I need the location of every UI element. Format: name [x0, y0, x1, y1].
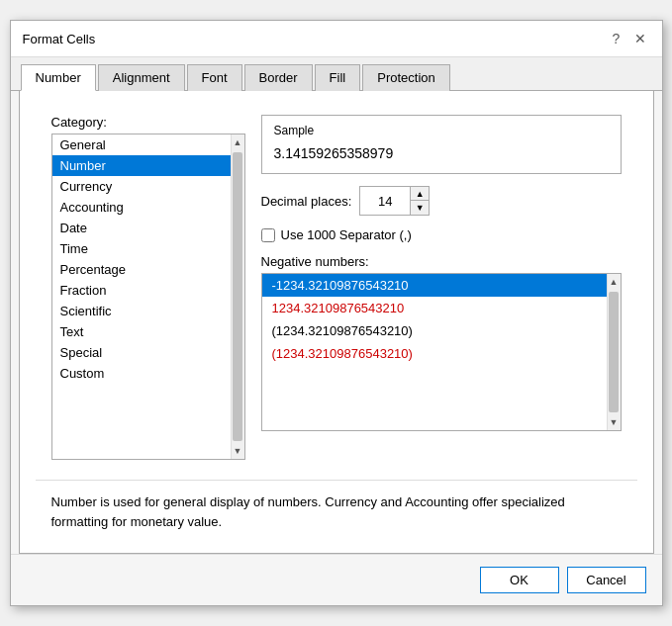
category-list-container: General Number Currency Accounting Date … — [51, 134, 245, 460]
category-list[interactable]: General Number Currency Accounting Date … — [52, 134, 231, 459]
cancel-button[interactable]: Cancel — [567, 567, 646, 593]
separator-row: Use 1000 Separator (,) — [261, 227, 622, 242]
ok-button[interactable]: OK — [480, 567, 559, 593]
tab-font[interactable]: Font — [187, 64, 242, 91]
spinner-buttons: ▲ ▼ — [410, 187, 429, 215]
footer: OK Cancel — [11, 554, 662, 605]
list-item[interactable]: Accounting — [52, 197, 231, 218]
list-item[interactable]: 1234.32109876543210 — [262, 297, 607, 319]
tab-fill[interactable]: Fill — [315, 64, 361, 91]
list-item[interactable]: Currency — [52, 176, 231, 197]
description-text: Number is used for general display of nu… — [51, 494, 565, 529]
spinner-up-button[interactable]: ▲ — [411, 187, 429, 201]
list-item[interactable]: Custom — [52, 363, 231, 384]
list-item[interactable]: (1234.32109876543210) — [262, 319, 607, 342]
list-item[interactable]: Time — [52, 238, 231, 259]
decimal-places-label: Decimal places: — [261, 194, 352, 209]
sample-value: 3.14159265358979 — [274, 141, 609, 165]
list-item[interactable]: Date — [52, 218, 231, 238]
negative-numbers-section: Negative numbers: -1234.32109876543210 1… — [261, 254, 622, 431]
decimal-places-input[interactable] — [360, 187, 410, 215]
scroll-up-arrow[interactable]: ▲ — [607, 274, 621, 290]
list-item[interactable]: Percentage — [52, 259, 231, 280]
description-area: Number is used for general display of nu… — [36, 480, 637, 539]
right-panel: Sample 3.14159265358979 Decimal places: … — [261, 115, 622, 460]
negative-list-container: -1234.32109876543210 1234.32109876543210… — [261, 273, 622, 431]
scroll-down-arrow[interactable]: ▼ — [231, 443, 244, 459]
list-item[interactable]: Special — [52, 342, 231, 363]
scroll-thumb[interactable] — [233, 152, 242, 441]
tab-alignment[interactable]: Alignment — [98, 64, 185, 91]
list-item[interactable]: Text — [52, 321, 231, 342]
decimal-input-wrap: ▲ ▼ — [359, 186, 430, 216]
close-button[interactable]: ✕ — [630, 29, 650, 48]
decimal-places-row: Decimal places: ▲ ▼ — [261, 186, 622, 216]
category-label: Category: — [51, 115, 245, 130]
tab-border[interactable]: Border — [244, 64, 313, 91]
spinner-down-button[interactable]: ▼ — [411, 201, 429, 215]
list-item[interactable]: Scientific — [52, 301, 231, 321]
sample-box: Sample 3.14159265358979 — [261, 115, 622, 174]
tab-content: Category: General Number Currency Accoun… — [19, 91, 654, 554]
category-scrollbar[interactable]: ▲ ▼ — [231, 134, 244, 459]
separator-checkbox-wrap: Use 1000 Separator (,) — [261, 227, 412, 242]
list-item[interactable]: General — [52, 134, 231, 155]
dialog-title: Format Cells — [23, 32, 96, 46]
scroll-thumb[interactable] — [609, 292, 619, 412]
title-bar-controls: ? ✕ — [607, 29, 650, 48]
list-item[interactable]: (1234.32109876543210) — [262, 342, 607, 365]
title-bar: Format Cells ? ✕ — [11, 21, 662, 57]
help-button[interactable]: ? — [607, 29, 626, 48]
negative-numbers-label: Negative numbers: — [261, 254, 622, 269]
scroll-down-arrow[interactable]: ▼ — [607, 414, 621, 430]
negative-list[interactable]: -1234.32109876543210 1234.32109876543210… — [262, 274, 607, 430]
tab-number[interactable]: Number — [21, 64, 96, 91]
negative-scrollbar[interactable]: ▲ ▼ — [607, 274, 621, 430]
category-section: Category: General Number Currency Accoun… — [51, 115, 245, 460]
format-cells-dialog: Format Cells ? ✕ Number Alignment Font B… — [10, 20, 663, 606]
tab-bar: Number Alignment Font Border Fill Protec… — [11, 57, 662, 91]
sample-label: Sample — [274, 124, 609, 137]
list-item[interactable]: -1234.32109876543210 — [262, 274, 607, 297]
list-item[interactable]: Number — [52, 155, 231, 176]
main-area: Category: General Number Currency Accoun… — [51, 115, 622, 460]
scroll-up-arrow[interactable]: ▲ — [231, 134, 244, 150]
separator-label: Use 1000 Separator (,) — [281, 227, 412, 242]
tab-protection[interactable]: Protection — [362, 64, 450, 91]
list-item[interactable]: Fraction — [52, 280, 231, 301]
body: Category: General Number Currency Accoun… — [36, 105, 637, 476]
separator-checkbox[interactable] — [261, 228, 275, 242]
